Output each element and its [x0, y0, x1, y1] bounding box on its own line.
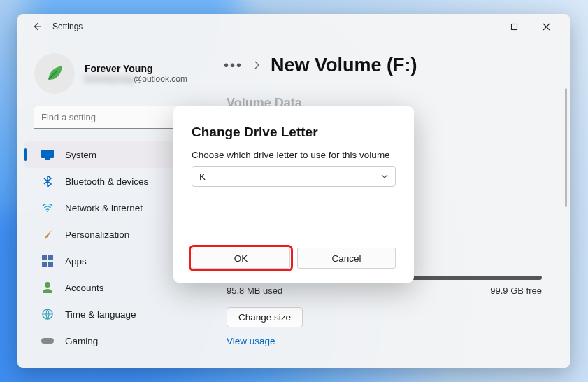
nav-item-gaming[interactable]: Gaming — [24, 327, 217, 354]
titlebar: Settings — [17, 14, 570, 39]
maximize-icon — [510, 23, 518, 31]
svg-rect-5 — [45, 158, 50, 160]
svg-rect-10 — [48, 262, 53, 267]
view-usage-link[interactable]: View usage — [227, 336, 275, 346]
brush-icon — [41, 228, 54, 241]
dialog-title: Change Drive Letter — [192, 125, 396, 140]
nav-label: Personalization — [65, 229, 129, 240]
svg-rect-13 — [41, 338, 54, 344]
usage-used: 95.8 MB used — [227, 285, 282, 296]
breadcrumb: ••• New Volume (F:) — [224, 55, 563, 76]
apps-icon — [41, 255, 54, 267]
close-button[interactable] — [536, 17, 556, 36]
nav-label: Time & language — [65, 309, 136, 320]
svg-rect-4 — [41, 150, 54, 158]
svg-point-6 — [47, 211, 48, 212]
chevron-right-icon — [254, 59, 259, 72]
nav-item-time-language[interactable]: Time & language — [24, 301, 217, 327]
usage-free: 99.9 GB free — [490, 285, 542, 296]
nav-label: Accounts — [65, 283, 104, 293]
nav-label: Network & internet — [65, 203, 143, 213]
profile-name: Forever Young — [85, 63, 187, 74]
close-icon — [543, 23, 550, 31]
svg-point-11 — [45, 282, 50, 288]
profile-email: foreveryoung@outlook.com — [85, 74, 187, 84]
change-size-button[interactable]: Change size — [227, 307, 303, 327]
dialog-prompt: Choose which drive letter to use for thi… — [192, 150, 396, 160]
arrow-left-icon — [32, 22, 42, 31]
leaf-icon — [43, 62, 66, 85]
system-icon — [41, 148, 54, 161]
svg-rect-8 — [48, 255, 53, 260]
globe-icon — [41, 308, 54, 320]
change-drive-letter-dialog: Change Drive Letter Choose which drive l… — [173, 106, 414, 283]
wifi-icon — [41, 201, 54, 214]
scrollbar[interactable] — [565, 88, 567, 207]
minimize-button[interactable] — [472, 17, 492, 36]
page-title: New Volume (F:) — [271, 55, 417, 76]
profile-block[interactable]: Forever Young foreveryoung@outlook.com — [17, 39, 224, 106]
nav-label: System — [65, 150, 96, 160]
bluetooth-icon — [41, 175, 54, 188]
cancel-button[interactable]: Cancel — [297, 248, 396, 269]
person-icon — [41, 281, 54, 294]
drive-letter-select[interactable]: K — [192, 166, 396, 187]
svg-rect-7 — [42, 255, 47, 260]
avatar — [34, 53, 75, 94]
select-value: K — [199, 171, 206, 182]
ok-button[interactable]: OK — [192, 248, 290, 269]
back-button[interactable] — [29, 18, 45, 35]
nav-label: Bluetooth & devices — [65, 176, 148, 187]
nav-label: Apps — [65, 256, 87, 267]
maximize-button[interactable] — [504, 17, 524, 36]
nav-label: Gaming — [65, 336, 98, 346]
window-title: Settings — [52, 22, 83, 31]
breadcrumb-ellipsis[interactable]: ••• — [224, 57, 243, 73]
gaming-icon — [41, 334, 54, 347]
svg-rect-9 — [42, 262, 47, 267]
svg-rect-1 — [511, 24, 517, 29]
chevron-down-icon — [381, 174, 388, 178]
minimize-icon — [478, 23, 486, 31]
